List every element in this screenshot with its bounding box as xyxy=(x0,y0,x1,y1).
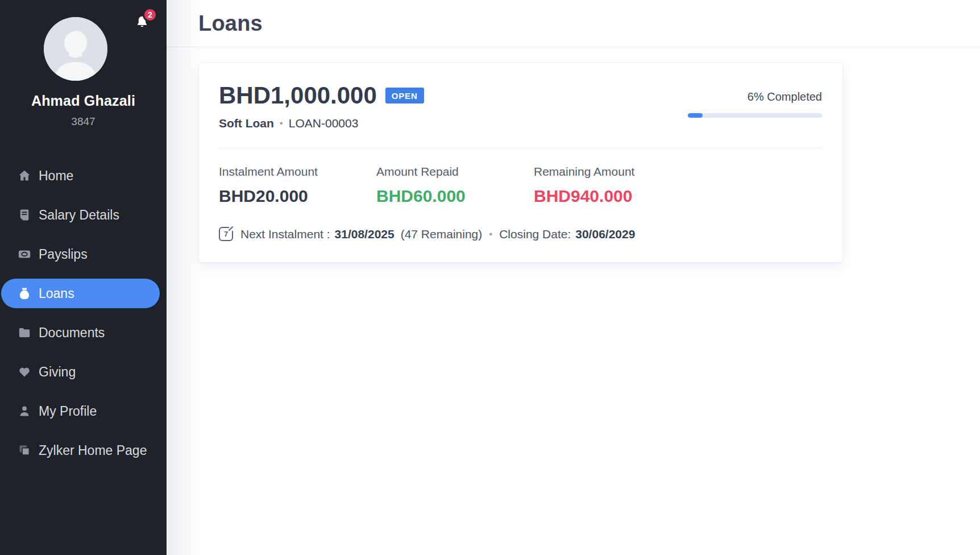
remaining-count: (47 Remaining) xyxy=(401,227,483,241)
progress-fill xyxy=(688,113,703,118)
sidebar-item-salary-details[interactable]: Salary Details xyxy=(0,200,167,230)
loan-type: Soft Loan xyxy=(219,117,274,130)
user-name: Ahmad Ghazali xyxy=(0,93,167,109)
loan-progress: 6% Completed xyxy=(688,82,822,130)
sidebar-item-label: My Profile xyxy=(39,404,97,419)
sidebar-item-label: Salary Details xyxy=(39,208,119,223)
notifications-button[interactable]: 2 xyxy=(135,14,150,31)
sidebar-item-zylker-home-page[interactable]: Zylker Home Page xyxy=(0,436,167,465)
stat-label: Remaining Amount xyxy=(534,165,634,179)
sidebar-item-my-profile[interactable]: My Profile xyxy=(0,396,167,426)
stat-value: BHD940.000 xyxy=(534,187,634,206)
folder-icon xyxy=(18,326,31,339)
loan-stats: Instalment Amount BHD20.000 Amount Repai… xyxy=(219,148,822,206)
sidebar-item-giving[interactable]: Giving xyxy=(0,357,167,387)
banknote-icon xyxy=(18,247,31,261)
sidebar-nav: Home Salary Details Payslips xyxy=(0,161,167,465)
windows-icon xyxy=(18,444,31,457)
sidebar-item-label: Payslips xyxy=(39,247,88,262)
sidebar: 2 Ahmad Ghazali 3847 Home xyxy=(0,0,167,555)
sidebar-item-label: Documents xyxy=(39,325,105,341)
loan-card[interactable]: BHD1,000.000 OPEN Soft Loan • LOAN-00003… xyxy=(198,63,843,263)
sidebar-item-documents[interactable]: Documents xyxy=(0,318,167,347)
document-icon xyxy=(18,208,31,222)
closing-date-label: Closing Date: xyxy=(499,227,571,241)
stat-instalment-amount: Instalment Amount BHD20.000 xyxy=(219,165,376,206)
home-icon xyxy=(18,169,31,183)
sidebar-shadow xyxy=(167,0,200,555)
notification-badge[interactable]: 2 xyxy=(143,7,157,22)
closing-date: 30/06/2029 xyxy=(575,227,635,241)
sidebar-item-label: Zylker Home Page xyxy=(39,443,147,458)
sidebar-item-payslips[interactable]: Payslips xyxy=(0,239,167,269)
dot-separator: • xyxy=(280,118,283,129)
money-bag-icon xyxy=(18,287,31,300)
sidebar-item-loans[interactable]: Loans xyxy=(1,279,160,308)
page-title: Loans xyxy=(198,11,263,36)
user-employee-id: 3847 xyxy=(0,115,167,128)
next-instalment-label: Next Instalment : xyxy=(240,227,330,241)
sidebar-item-label: Giving xyxy=(39,365,76,380)
user-icon xyxy=(18,404,31,418)
stat-value: BHD60.000 xyxy=(376,187,534,206)
stat-remaining-amount: Remaining Amount BHD940.000 xyxy=(534,165,634,206)
calendar-icon: 7 xyxy=(219,227,233,241)
stat-amount-repaid: Amount Repaid BHD60.000 xyxy=(376,165,534,206)
dot-separator: • xyxy=(489,229,492,240)
loan-id: LOAN-00003 xyxy=(289,117,359,130)
progress-bar xyxy=(688,113,822,118)
sidebar-item-label: Loans xyxy=(39,286,74,301)
stat-label: Instalment Amount xyxy=(219,165,376,179)
progress-label: 6% Completed xyxy=(688,90,822,103)
heart-icon xyxy=(18,365,31,379)
loan-amount: BHD1,000.000 xyxy=(219,82,377,109)
main-content: Loans BHD1,000.000 OPEN Soft Loan • LOAN… xyxy=(167,0,980,555)
loan-card-footer: 7 Next Instalment : 31/08/2025 (47 Remai… xyxy=(219,227,822,241)
loan-status-badge: OPEN xyxy=(385,88,424,103)
sidebar-item-label: Home xyxy=(39,168,73,184)
page-header: Loans xyxy=(167,0,980,47)
next-instalment-date: 31/08/2025 xyxy=(335,227,395,241)
stat-label: Amount Repaid xyxy=(376,165,534,179)
avatar xyxy=(44,17,107,81)
stat-value: BHD20.000 xyxy=(219,187,376,206)
loan-summary: BHD1,000.000 OPEN Soft Loan • LOAN-00003 xyxy=(219,82,424,130)
sidebar-item-home[interactable]: Home xyxy=(0,161,167,190)
